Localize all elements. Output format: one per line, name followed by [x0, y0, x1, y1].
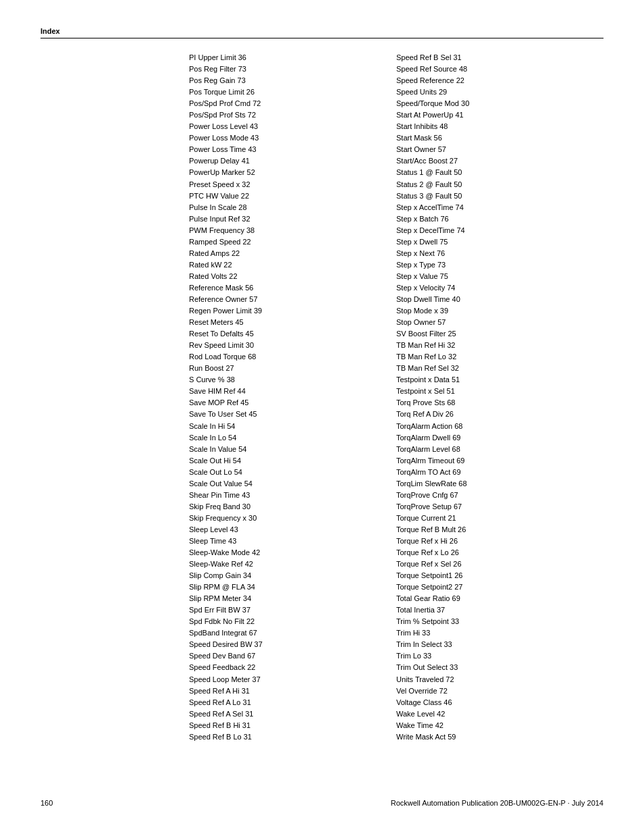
list-item: Step x Velocity 74 — [396, 282, 590, 294]
page-header: Index — [41, 27, 603, 38]
list-item: TorqAlrm Timeout 69 — [396, 455, 590, 467]
list-item: Reset To Defalts 45 — [189, 328, 383, 340]
list-item: Scale In Lo 54 — [189, 432, 383, 444]
list-item: Start Inhibits 48 — [396, 121, 590, 132]
list-item: Torque Setpoint1 26 — [396, 570, 590, 581]
list-item: Step x Type 73 — [396, 259, 590, 271]
list-item: Speed Loop Meter 37 — [189, 674, 383, 685]
list-item: Rated Volts 22 — [189, 271, 383, 282]
list-item: Reference Mask 56 — [189, 282, 383, 294]
list-item: Scale In Value 54 — [189, 444, 383, 455]
list-item: Torque Current 21 — [396, 513, 590, 524]
list-item: Trim Out Select 33 — [396, 662, 590, 673]
list-item: Reset Meters 45 — [189, 317, 383, 328]
list-item: Rated Amps 22 — [189, 248, 383, 259]
list-item: Trim % Setpoint 33 — [396, 616, 590, 627]
list-item: Reference Owner 57 — [189, 294, 383, 305]
list-item: Power Loss Time 43 — [189, 144, 383, 155]
list-item: Torq Ref A Div 26 — [396, 409, 590, 420]
list-item: Pos Torque Limit 26 — [189, 86, 383, 98]
list-item: SV Boost Filter 25 — [396, 328, 590, 340]
list-item: Save HIM Ref 44 — [189, 386, 383, 397]
list-item: Trim In Select 33 — [396, 639, 590, 650]
list-item: Speed Desired BW 37 — [189, 639, 383, 650]
list-item: Speed/Torque Mod 30 — [396, 98, 590, 109]
content-area: PI Upper Limit 36Pos Reg Filter 73Pos Re… — [41, 52, 603, 743]
list-item: Wake Level 42 — [396, 708, 590, 720]
list-item: Speed Dev Band 67 — [189, 650, 383, 662]
page-footer: 160 Rockwell Automation Publication 20B-… — [0, 799, 644, 807]
list-item: TorqAlarm Action 68 — [396, 421, 590, 432]
list-item: Testpoint x Data 51 — [396, 374, 590, 386]
list-item: Speed Ref A Lo 31 — [189, 697, 383, 708]
list-item: Vel Override 72 — [396, 685, 590, 697]
page: Index PI Upper Limit 36Pos Reg Filter 73… — [0, 0, 644, 834]
list-item: Sleep Level 43 — [189, 524, 383, 536]
list-item: Torque Ref x Hi 26 — [396, 536, 590, 547]
list-item: Pos Reg Filter 73 — [189, 63, 383, 75]
list-item: PI Upper Limit 36 — [189, 52, 383, 63]
list-item: S Curve % 38 — [189, 374, 383, 386]
list-item: Testpoint x Sel 51 — [396, 386, 590, 397]
list-item: Rated kW 22 — [189, 259, 383, 271]
list-item: Scale Out Lo 54 — [189, 467, 383, 478]
list-item: Total Inertia 37 — [396, 604, 590, 616]
list-item: Start At PowerUp 41 — [396, 109, 590, 121]
list-item: TB Man Ref Sel 32 — [396, 363, 590, 374]
list-item: Voltage Class 46 — [396, 697, 590, 708]
list-item: TB Man Ref Lo 32 — [396, 351, 590, 363]
list-item: Regen Power Limit 39 — [189, 305, 383, 317]
list-item: Skip Freq Band 30 — [189, 501, 383, 513]
list-item: Pos/Spd Prof Sts 72 — [189, 109, 383, 121]
list-item: PWM Frequency 38 — [189, 225, 383, 236]
list-item: TorqAlarm Level 68 — [396, 444, 590, 455]
list-item: TB Man Ref Hi 32 — [396, 340, 590, 351]
list-item: Torque Setpoint2 27 — [396, 581, 590, 593]
list-item: Total Gear Ratio 69 — [396, 593, 590, 604]
list-item: Slip RPM @ FLA 34 — [189, 581, 383, 593]
list-item: Spd Fdbk No Filt 22 — [189, 616, 383, 627]
list-item: Speed Units 29 — [396, 86, 590, 98]
list-item: Slip RPM Meter 34 — [189, 593, 383, 604]
list-item: Speed Ref B Hi 31 — [189, 720, 383, 731]
list-item: Start/Acc Boost 27 — [396, 155, 590, 167]
list-item: Scale Out Hi 54 — [189, 455, 383, 467]
list-item: Start Mask 56 — [396, 132, 590, 144]
list-item: Stop Dwell Time 40 — [396, 294, 590, 305]
list-item: Pos Reg Gain 73 — [189, 75, 383, 86]
list-item: Skip Frequency x 30 — [189, 513, 383, 524]
list-item: Scale In Hi 54 — [189, 421, 383, 432]
list-item: Run Boost 27 — [189, 363, 383, 374]
list-item: Wake Time 42 — [396, 720, 590, 731]
list-item: Step x DecelTime 74 — [396, 225, 590, 236]
list-item: Torque Ref x Sel 26 — [396, 558, 590, 570]
list-item: Scale Out Value 54 — [189, 478, 383, 490]
list-item: Step x Batch 76 — [396, 213, 590, 225]
list-item: TorqProve Cnfg 67 — [396, 490, 590, 501]
list-item: Speed Ref B Sel 31 — [396, 52, 590, 63]
list-item: Status 2 @ Fault 50 — [396, 179, 590, 190]
list-item: Pulse In Scale 28 — [189, 202, 383, 213]
list-item: Pulse Input Ref 32 — [189, 213, 383, 225]
list-item: Units Traveled 72 — [396, 674, 590, 685]
right-index-column: Speed Ref B Sel 31Speed Ref Source 48Spe… — [396, 52, 603, 743]
list-item: Sleep-Wake Ref 42 — [189, 558, 383, 570]
list-item: Save To User Set 45 — [189, 409, 383, 420]
list-item: Stop Owner 57 — [396, 317, 590, 328]
list-item: TorqProve Setup 67 — [396, 501, 590, 513]
list-item: Speed Ref A Hi 31 — [189, 685, 383, 697]
list-item: PTC HW Value 22 — [189, 190, 383, 202]
list-item: TorqAlarm Dwell 69 — [396, 432, 590, 444]
list-item: Powerup Delay 41 — [189, 155, 383, 167]
list-item: Torque Ref x Lo 26 — [396, 547, 590, 558]
list-item: Start Owner 57 — [396, 144, 590, 155]
publication-info: Rockwell Automation Publication 20B-UM00… — [391, 799, 603, 807]
left-spacer — [41, 52, 189, 743]
list-item: Pos/Spd Prof Cmd 72 — [189, 98, 383, 109]
list-item: Shear Pin Time 43 — [189, 490, 383, 501]
page-number: 160 — [41, 799, 53, 807]
list-item: Step x AccelTime 74 — [396, 202, 590, 213]
list-item: Step x Value 75 — [396, 271, 590, 282]
list-item: Torq Prove Sts 68 — [396, 397, 590, 409]
list-item: Status 1 @ Fault 50 — [396, 167, 590, 178]
